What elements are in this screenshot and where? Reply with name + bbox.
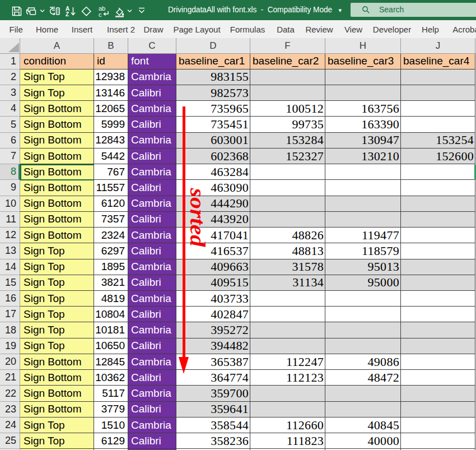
svg-text:c: c [99,11,102,17]
svg-text:Z: Z [66,11,69,17]
svg-text:A: A [66,5,69,11]
